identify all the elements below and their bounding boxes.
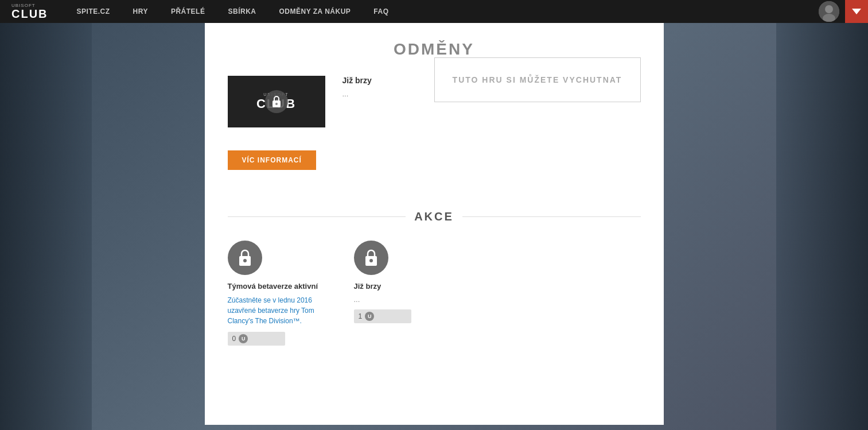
dropdown-button[interactable] [845,0,868,23]
buy-box-button[interactable]: TUTO HRU SI MŮŽETE VYCHUTNAT [435,58,640,102]
navbar-logo[interactable]: UBISOFT CLUB [0,0,60,23]
action-card-1: Týmová betaverze aktivní Zúčastněte se v… [228,241,337,346]
page-title: ODMĚNY [228,40,641,59]
reward-image-inner: UBISOFT CLUB [228,76,325,127]
navbar-link-spite[interactable]: SPITE.CZ [65,0,122,23]
chevron-down-icon [852,9,861,14]
score-bar-2: 1 U [354,309,411,323]
content-panel: ODMĚNY UBISOFT CLUB [205,23,664,425]
action-desc-2: ... [354,295,360,304]
main-wrapper: ODMĚNY UBISOFT CLUB [0,23,868,425]
logo-club-text: CLUB [11,8,48,20]
navbar-link-faq[interactable]: FAQ [362,0,400,23]
buy-box: TUTO HRU SI MŮŽETE VYCHUTNAT [434,57,641,102]
actions-grid: Týmová betaverze aktivní Zúčastněte se v… [228,241,641,346]
action-icon-1 [228,241,262,275]
lock-icon-action-2 [364,249,379,266]
section-title-akce: AKCE [414,210,454,223]
score-value-1: 0 [232,335,236,343]
score-value-2: 1 [359,312,363,320]
svg-point-4 [275,103,278,105]
navbar-link-pratele[interactable]: PŘÁTELÉ [159,0,217,23]
lock-icon-action-1 [238,249,252,266]
navbar-right [819,0,868,23]
navbar: UBISOFT CLUB SPITE.CZ HRY PŘÁTELÉ SBÍRKA… [0,0,868,23]
score-bar-1: 0 U [228,332,285,346]
navbar-link-hry[interactable]: HRY [122,0,159,23]
avatar-image [819,1,839,22]
svg-point-8 [369,259,373,262]
action-desc-1: Zúčastněte se v lednu 2016 uzavřené beta… [228,295,337,326]
section-divider-akce: AKCE [228,210,641,223]
avatar[interactable] [819,1,839,22]
logo-container: UBISOFT CLUB [11,3,48,20]
reward-image-box: UBISOFT CLUB [228,76,325,127]
navbar-link-sbirka[interactable]: SBÍRKA [216,0,267,23]
action-title-2: Již brzy [354,282,382,290]
svg-point-6 [243,259,247,262]
lock-icon [271,95,282,108]
divider-line-right [462,216,641,217]
lock-overlay [265,90,288,113]
action-icon-2 [354,241,388,275]
svg-point-1 [825,5,833,13]
info-button[interactable]: VÍC INFORMACÍ [228,150,316,170]
navbar-link-odmeny[interactable]: ODMĚNY ZA NÁKUP [267,0,362,23]
divider-line-left [228,216,406,217]
u-icon-1: U [239,334,248,343]
club-logo-bg: UBISOFT CLUB [228,76,325,127]
navbar-links: SPITE.CZ HRY PŘÁTELÉ SBÍRKA ODMĚNY ZA NÁ… [65,0,819,23]
action-title-1: Týmová betaverze aktivní [228,282,318,290]
action-card-2: Již brzy ... 1 U [354,241,463,346]
u-icon-2: U [365,312,374,321]
